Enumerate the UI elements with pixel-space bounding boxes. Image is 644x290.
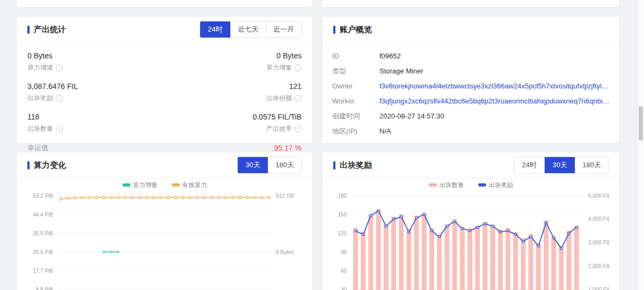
tab-24h[interactable]: 24时	[200, 21, 230, 38]
stat-value: 118	[27, 113, 63, 121]
page-scrollbar-track[interactable]	[637, 0, 644, 290]
stat-block-share: 121 出块份额i	[266, 82, 302, 103]
account-row-worker: Worker f3qfjungx2xc6qzsflv442tbc6e5bq6p2…	[332, 97, 610, 105]
svg-text:5,000 FIL: 5,000 FIL	[588, 193, 610, 199]
legend-label: 出块数量	[440, 181, 464, 189]
stat-row: 3,087.6476 FIL 出块奖励i 121 出块份额i	[27, 82, 302, 103]
stat-label: 算力增量	[266, 63, 292, 72]
account-row-region: 地区(IP) N/A	[332, 127, 610, 135]
block-rewards-title-text: 出块奖励	[340, 160, 372, 170]
owner-address-link[interactable]: f3v6torekjnowma4l4elzbwwctsye3xzl366aw24…	[379, 82, 610, 90]
page: 产出统计 24时 近七天 近一月 0 Bytes 算力增速i 0 Bytes	[16, 0, 620, 290]
account-overview-body: ID f09652 类型 Storage Miner Owner f3v6tor…	[323, 43, 619, 135]
tab-180d[interactable]: 180天	[268, 157, 301, 173]
svg-text:4,000 FIL: 4,000 FIL	[588, 216, 610, 222]
lucky-value: 95.17 %	[274, 144, 302, 152]
power-change-card: 算力变化 30天 180天 算力增量 有效算力	[16, 152, 313, 290]
rewards-range-tabs: 24时 30天 180天	[514, 157, 609, 174]
info-icon[interactable]: i	[56, 125, 63, 132]
miner-type-value: Storage Miner	[379, 67, 423, 75]
tab-30d[interactable]: 30天	[238, 157, 268, 173]
account-overview-title: 账户概览	[333, 25, 372, 35]
power-change-header: 算力变化 30天 180天	[17, 152, 312, 179]
legend-label: 出块奖励	[489, 181, 514, 189]
output-stats-title: 产出统计	[27, 25, 66, 35]
info-icon[interactable]: i	[295, 95, 302, 102]
info-icon[interactable]: i	[56, 95, 63, 102]
legend-block-count[interactable]: 出块数量	[429, 181, 464, 189]
legend-label: 有效算力	[182, 181, 207, 189]
page-scrollbar-thumb[interactable]	[639, 106, 643, 140]
card-partial-top-right	[322, 0, 620, 8]
power-change-title-text: 算力变化	[34, 160, 66, 170]
legend-effective-power[interactable]: 有效算力	[172, 181, 207, 189]
account-label: 创建时间	[332, 112, 379, 120]
tab-24h[interactable]: 24时	[514, 157, 544, 173]
stat-value: 0 Bytes	[27, 51, 63, 60]
stat-label: 出块奖励	[27, 94, 53, 103]
stat-row: 118 出块数量i 0.0575 FIL/TiB 产出效率i	[27, 113, 302, 133]
svg-text:17.7 PiB: 17.7 PiB	[33, 268, 53, 274]
account-row-id: ID f09652	[332, 52, 610, 60]
block-rewards-header: 出块奖励 24时 30天 180天	[323, 152, 619, 179]
output-stats-range-tabs: 24时 近七天 近一月	[200, 21, 302, 38]
output-stats-body: 0 Bytes 算力增速i 0 Bytes 算力增量i 3,087.6476 F…	[17, 43, 312, 153]
stat-label: 产出效率	[266, 124, 292, 133]
svg-text:44.4 PiB: 44.4 PiB	[33, 212, 53, 218]
info-icon[interactable]: i	[295, 125, 302, 132]
region-ip-value: N/A	[379, 127, 391, 135]
stat-output-efficiency: 0.0575 FIL/TiB 产出效率i	[253, 113, 302, 133]
info-icon[interactable]: i	[295, 64, 302, 71]
svg-text:3,000 FIL: 3,000 FIL	[588, 240, 610, 246]
power-chart-legend: 算力增量 有效算力	[27, 181, 302, 189]
legend-power-increment[interactable]: 算力增量	[122, 181, 158, 189]
account-overview-header: 账户概览	[323, 17, 619, 43]
row-summary: 产出统计 24时 近七天 近一月 0 Bytes 算力增速i 0 Bytes	[16, 16, 620, 144]
svg-text:8.8 PiB: 8.8 PiB	[36, 287, 54, 290]
stat-label: 算力增速	[27, 63, 53, 72]
svg-text:120: 120	[338, 230, 347, 236]
power-chart-body: 算力增量 有效算力 53.2 PiB44.4 PiB35.5 PiB26.6 P…	[17, 179, 312, 290]
account-label: ID	[332, 52, 379, 60]
svg-text:53.2 PiB: 53.2 PiB	[33, 193, 53, 199]
stat-value: 0 Bytes	[266, 51, 302, 60]
svg-text:60: 60	[341, 268, 347, 274]
stat-power-increment: 0 Bytes 算力增量i	[266, 51, 302, 72]
block-rewards-title: 出块奖励	[333, 160, 372, 170]
svg-text:180: 180	[338, 193, 347, 199]
stat-value: 3,087.6476 FIL	[27, 82, 78, 91]
worker-address-link[interactable]: f3qfjungx2xc6qzsflv442tbc6e5bq6p2t3ruaeo…	[379, 97, 610, 105]
info-icon[interactable]: i	[56, 64, 63, 71]
title-accent-bar	[333, 26, 335, 34]
stat-row: 0 Bytes 算力增速i 0 Bytes 算力增量i	[27, 51, 302, 72]
tab-30d[interactable]: 近一月	[266, 21, 301, 38]
account-label: 地区(IP)	[332, 127, 379, 135]
legend-swatch	[122, 183, 130, 187]
stat-power-growth-rate: 0 Bytes 算力增速i	[27, 51, 63, 72]
account-label: Owner	[332, 82, 379, 90]
output-stats-header: 产出统计 24时 近七天 近一月	[17, 17, 312, 43]
stat-value: 121	[266, 82, 302, 91]
tab-7d[interactable]: 近七天	[230, 21, 266, 38]
miner-id-value: f09652	[379, 52, 401, 60]
power-chart: 53.2 PiB44.4 PiB35.5 PiB26.6 PiB17.7 PiB…	[27, 190, 302, 290]
stat-block-count: 118 出块数量i	[27, 113, 63, 133]
stat-label: 出块份额	[266, 94, 292, 103]
legend-swatch	[478, 183, 486, 187]
tab-180d[interactable]: 180天	[575, 157, 608, 173]
stat-label: 出块数量	[27, 124, 53, 133]
tab-30d[interactable]: 30天	[544, 157, 575, 173]
row-charts: 算力变化 30天 180天 算力增量 有效算力	[16, 152, 620, 290]
svg-text:35.5 PiB: 35.5 PiB	[33, 230, 53, 236]
account-label: 类型	[332, 67, 379, 75]
legend-label: 算力增量	[133, 181, 158, 189]
stat-value: 0.0575 FIL/TiB	[253, 113, 302, 121]
created-time-value: 2020-08-27 14:57:30	[379, 112, 444, 120]
title-accent-bar	[27, 161, 30, 169]
legend-block-rewards[interactable]: 出块奖励	[478, 181, 514, 189]
account-row-type: 类型 Storage Miner	[332, 67, 610, 75]
output-stats-card: 产出统计 24时 近七天 近一月 0 Bytes 算力增速i 0 Bytes	[16, 16, 313, 144]
svg-text:2,000 FIL: 2,000 FIL	[588, 263, 610, 269]
svg-text:30: 30	[341, 287, 347, 290]
title-accent-bar	[333, 161, 335, 169]
